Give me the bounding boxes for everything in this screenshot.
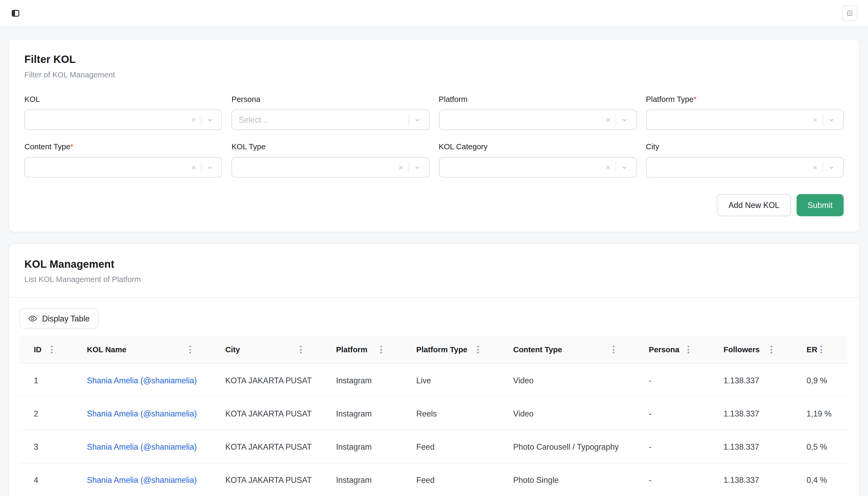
chevron-down-icon[interactable] — [823, 117, 840, 123]
cell-kol-name: Shania Amelia (@shaniamelia) — [78, 463, 216, 496]
kol-category-select[interactable]: × — [439, 157, 637, 178]
clear-icon[interactable]: × — [808, 115, 823, 124]
top-bar — [0, 0, 868, 27]
cell-platform-type: Feed — [407, 463, 504, 496]
field-label: Platform Type* — [646, 94, 843, 104]
display-table-button[interactable]: Display Table — [19, 308, 99, 328]
column-menu-icon[interactable] — [298, 344, 303, 356]
cell-platform: Instagram — [327, 430, 408, 463]
cell-er: 0,9 % — [798, 364, 848, 397]
column-menu-icon[interactable] — [379, 344, 384, 356]
kol-profile-link[interactable]: Shania Amelia (@shaniamelia) — [87, 442, 197, 451]
cell-content-type: Video — [504, 397, 640, 430]
field-label: KOL Type — [231, 142, 429, 152]
field-label: City — [646, 142, 843, 152]
kol-select[interactable]: × — [24, 109, 222, 130]
main-content: Filter KOL Filter of KOL Management KOL … — [0, 27, 868, 496]
filter-actions: Add New KOL Submit — [24, 194, 843, 216]
kol-profile-link[interactable]: Shania Amelia (@shaniamelia) — [87, 409, 197, 418]
chevron-down-icon[interactable] — [616, 164, 633, 171]
filter-card-title: Filter KOL — [24, 54, 843, 66]
cell-id: 4 — [19, 463, 78, 496]
chevron-down-icon[interactable] — [823, 164, 840, 171]
column-header-id: ID — [19, 336, 78, 363]
kol-type-select-input[interactable] — [232, 163, 393, 172]
column-menu-icon[interactable] — [188, 344, 193, 356]
chevron-down-icon[interactable] — [201, 164, 218, 171]
management-subtitle: List KOL Management of Platform — [24, 275, 843, 284]
cell-id: 1 — [19, 364, 78, 397]
column-header-platform-type: Platform Type — [407, 336, 504, 363]
cell-followers: 1.138.337 — [715, 430, 798, 463]
column-header-followers: Followers — [715, 336, 798, 363]
kol-category-select-input[interactable] — [439, 163, 600, 172]
kol-profile-link[interactable]: Shania Amelia (@shaniamelia) — [87, 376, 197, 385]
platform-select[interactable]: × — [439, 109, 637, 130]
table-row: 4 Shania Amelia (@shaniamelia) KOTA JAKA… — [19, 463, 848, 496]
content-type-select[interactable]: × — [24, 157, 222, 178]
chevron-down-icon[interactable] — [409, 164, 425, 171]
cell-platform-type: Reels — [407, 397, 504, 430]
column-menu-icon[interactable] — [769, 344, 774, 356]
cell-persona: - — [640, 430, 715, 463]
cell-followers: 1.138.337 — [715, 364, 798, 397]
required-asterisk: * — [693, 94, 697, 104]
clear-icon[interactable]: × — [186, 163, 201, 172]
cell-er: 0,4 % — [798, 463, 848, 496]
submit-button[interactable]: Submit — [797, 194, 844, 216]
content-type-select-input[interactable] — [25, 163, 186, 172]
field-label: KOL Category — [439, 142, 637, 152]
cell-persona: - — [640, 364, 715, 397]
field-label: Persona — [231, 94, 429, 104]
city-select[interactable]: × — [646, 157, 843, 178]
cell-id: 3 — [19, 430, 78, 463]
window-action-button[interactable] — [842, 5, 857, 21]
panel-left-icon — [11, 9, 20, 18]
chevron-down-icon[interactable] — [616, 117, 633, 123]
persona-select-input[interactable] — [232, 115, 408, 124]
column-header-persona: Persona — [640, 336, 715, 363]
cell-platform-type: Feed — [407, 430, 504, 463]
management-title: KOL Management — [24, 258, 843, 270]
clear-icon[interactable]: × — [186, 115, 201, 124]
cell-city: KOTA JAKARTA PUSAT — [216, 364, 327, 397]
cell-content-type: Video — [504, 364, 640, 397]
column-menu-icon[interactable] — [476, 344, 481, 356]
column-header-city: City — [216, 336, 327, 363]
chevron-down-icon[interactable] — [409, 117, 425, 123]
kol-table: ID KOL Name City Platform Platform Type … — [19, 336, 848, 496]
column-header-er: ER — [798, 336, 848, 363]
kol-type-select[interactable]: × — [231, 157, 429, 178]
column-header-platform: Platform — [327, 336, 408, 363]
add-new-kol-button[interactable]: Add New KOL — [717, 194, 791, 216]
cell-kol-name: Shania Amelia (@shaniamelia) — [78, 364, 216, 397]
city-select-input[interactable] — [646, 163, 808, 172]
platform-select-input[interactable] — [439, 115, 600, 124]
clear-icon[interactable]: × — [808, 163, 823, 172]
kol-profile-link[interactable]: Shania Amelia (@shaniamelia) — [87, 476, 197, 484]
cell-er: 1,19 % — [798, 397, 848, 430]
column-menu-icon[interactable] — [686, 344, 691, 356]
cell-kol-name: Shania Amelia (@shaniamelia) — [78, 430, 216, 463]
kol-select-input[interactable] — [25, 115, 186, 124]
persona-select[interactable] — [231, 109, 429, 130]
cell-platform: Instagram — [327, 364, 408, 397]
sidebar-toggle-button[interactable] — [9, 6, 23, 20]
clear-icon[interactable]: × — [600, 115, 615, 124]
platform-type-select-input[interactable] — [646, 115, 808, 124]
cell-platform-type: Live — [407, 364, 504, 397]
field-content-type: Content Type* × — [24, 142, 222, 177]
cell-kol-name: Shania Amelia (@shaniamelia) — [78, 397, 216, 430]
column-menu-icon[interactable] — [819, 344, 824, 356]
clear-icon[interactable]: × — [393, 163, 408, 172]
column-menu-icon[interactable] — [49, 344, 54, 356]
column-menu-icon[interactable] — [611, 344, 616, 356]
table-row: 2 Shania Amelia (@shaniamelia) KOTA JAKA… — [19, 397, 848, 430]
cell-persona: - — [640, 397, 715, 430]
field-city: City × — [646, 142, 843, 177]
filter-card-subtitle: Filter of KOL Management — [24, 70, 843, 79]
platform-type-select[interactable]: × — [646, 109, 843, 130]
chevron-down-icon[interactable] — [201, 117, 218, 123]
clear-icon[interactable]: × — [600, 163, 615, 172]
column-header-content-type: Content Type — [504, 336, 640, 363]
